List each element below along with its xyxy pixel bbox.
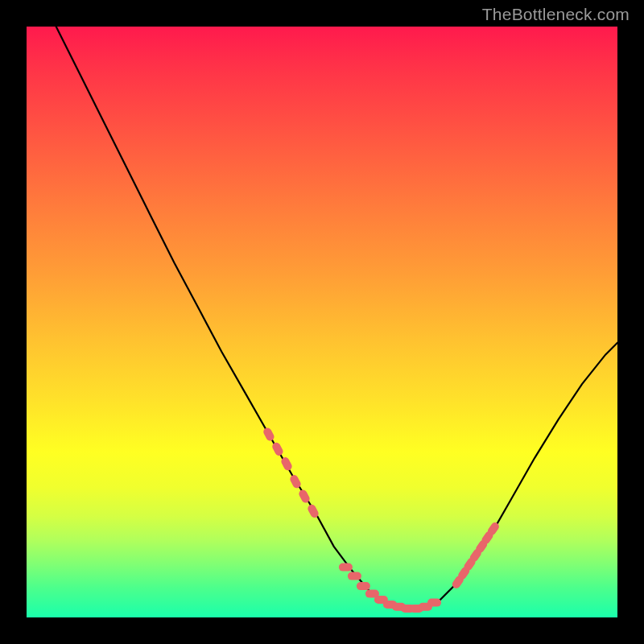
marker-dash	[262, 427, 275, 443]
marker-dash	[339, 564, 353, 572]
marker-dash	[357, 582, 370, 590]
marker-dash	[348, 572, 361, 580]
watermark-text: TheBottleneck.com	[482, 5, 630, 24]
chart-frame: TheBottleneck.com	[0, 0, 644, 644]
marker-dash	[270, 441, 284, 457]
plot-area	[27, 27, 617, 617]
curve-layer	[27, 27, 617, 617]
red-markers	[262, 427, 500, 613]
bottleneck-curve	[56, 27, 617, 609]
marker-dash	[427, 599, 441, 607]
